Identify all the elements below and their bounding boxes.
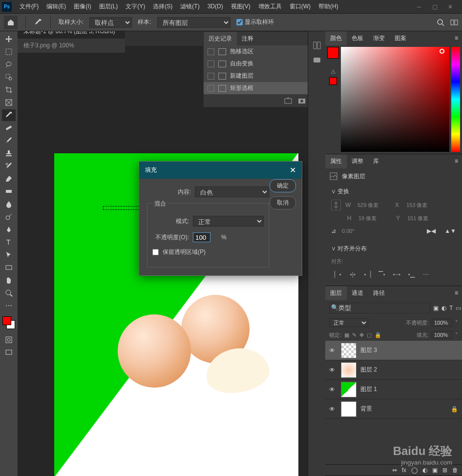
align-hcenter-icon[interactable]: ▪|▪ <box>348 270 357 279</box>
menu-3D(D)[interactable]: 3D(D) <box>204 1 227 12</box>
color-tab-颜色[interactable]: 颜色 <box>325 31 347 45</box>
angle-field[interactable] <box>340 226 366 236</box>
group-icon[interactable]: ▣ <box>432 467 438 474</box>
frame-tool[interactable] <box>2 97 16 108</box>
pen-tool[interactable] <box>2 224 16 235</box>
quick-select-tool[interactable] <box>2 71 16 83</box>
layer-thumbnail[interactable] <box>341 343 357 358</box>
menu-图层(L)[interactable]: 图层(L) <box>95 1 122 12</box>
width-field[interactable] <box>356 200 390 210</box>
more-tools-icon[interactable]: ⋯ <box>2 300 16 311</box>
link-wh-icon[interactable] <box>331 200 341 210</box>
menu-编辑(E)[interactable]: 编辑(E) <box>42 1 70 12</box>
brush-tool[interactable] <box>2 135 16 146</box>
maximize-icon[interactable]: ▢ <box>431 3 439 11</box>
align-more-icon[interactable]: ⋯ <box>421 270 431 279</box>
align-top-icon[interactable]: ▔▪ <box>377 270 387 279</box>
layer-filter-select[interactable] <box>329 303 430 313</box>
panel-menu-icon[interactable]: ≡ <box>455 158 458 165</box>
workspace-icon[interactable] <box>450 19 458 26</box>
quickmask-icon[interactable] <box>2 334 16 346</box>
marquee-tool[interactable] <box>2 46 16 58</box>
dodge-tool[interactable] <box>2 211 16 223</box>
content-select[interactable]: 白色 <box>195 186 269 197</box>
layer-thumbnail[interactable] <box>341 401 357 417</box>
panel-icon-2[interactable] <box>313 56 321 64</box>
menu-选择(S)[interactable]: 选择(S) <box>149 1 176 12</box>
document-tab[interactable]: 桃子3.png @ 100% <box>18 39 125 53</box>
show-ring-check[interactable] <box>236 19 243 25</box>
dialog-close-button[interactable]: ✕ <box>290 166 296 175</box>
history-item[interactable]: 新建图层 <box>204 70 308 82</box>
layer-row[interactable]: 👁图层 3 <box>325 341 462 360</box>
color-spectrum[interactable] <box>341 47 449 152</box>
tab-history[interactable]: 历史记录 <box>204 32 237 46</box>
layer-thumbnail[interactable] <box>341 362 357 378</box>
menu-视图(V)[interactable]: 视图(V) <box>227 1 254 12</box>
move-tool[interactable] <box>2 33 16 45</box>
eyedropper-tool[interactable] <box>2 109 16 121</box>
layer-name[interactable]: 图层 3 <box>360 346 377 354</box>
layers-tab-通道[interactable]: 通道 <box>347 286 368 300</box>
align-left-icon[interactable]: ▏▪ <box>333 270 343 279</box>
menu-文件(F)[interactable]: 文件(F) <box>16 1 42 12</box>
opacity-input[interactable] <box>193 232 210 242</box>
adjustment-icon[interactable]: ◐ <box>422 467 427 474</box>
ok-button[interactable]: 确定 <box>270 179 296 192</box>
gradient-tool[interactable] <box>2 186 16 197</box>
rectangle-tool[interactable] <box>2 262 16 273</box>
new-snapshot-icon[interactable] <box>284 97 292 104</box>
blend-mode-select[interactable]: 正常 <box>329 318 368 327</box>
color-tab-图案[interactable]: 图案 <box>390 31 411 45</box>
layer-row[interactable]: 👁图层 2 <box>325 360 462 380</box>
camera-icon[interactable] <box>298 97 306 104</box>
mode-select[interactable]: 正常 <box>193 216 264 227</box>
dialog-titlebar[interactable]: 填充 ✕ <box>139 162 302 179</box>
layer-name[interactable]: 图层 1 <box>360 385 377 393</box>
filter-image-icon[interactable]: ▣ <box>433 305 439 311</box>
eraser-tool[interactable] <box>2 173 16 185</box>
height-field[interactable] <box>357 213 391 223</box>
menu-文字(Y)[interactable]: 文字(Y) <box>122 1 149 12</box>
prop-tab-属性[interactable]: 属性 <box>325 154 347 168</box>
fx-icon[interactable]: fx <box>402 467 406 474</box>
new-layer-icon[interactable]: ⊞ <box>442 467 447 474</box>
type-tool[interactable]: T <box>2 236 16 248</box>
current-fg-swatch[interactable] <box>327 47 339 59</box>
layer-name[interactable]: 图层 2 <box>360 366 377 374</box>
filter-shape-icon[interactable]: ▭ <box>456 305 461 311</box>
lasso-tool[interactable] <box>2 59 16 70</box>
lock-all-icon[interactable]: 🔒 <box>375 332 381 338</box>
visibility-icon[interactable]: 👁 <box>329 347 337 354</box>
fg-color-swatch[interactable] <box>2 316 11 325</box>
history-item[interactable]: 拖移选区 <box>204 45 308 58</box>
panel-menu-icon[interactable]: ≡ <box>455 35 458 41</box>
flip-v-icon[interactable]: ▲▼ <box>444 228 456 234</box>
align-right-icon[interactable]: ▪▕ <box>362 270 372 279</box>
show-sample-ring-checkbox[interactable]: 显示取样环 <box>236 18 274 26</box>
panel-icon-1[interactable] <box>313 41 321 50</box>
chevron-down-icon[interactable]: ˅ <box>455 320 458 326</box>
layers-tab-图层[interactable]: 图层 <box>325 286 347 300</box>
layers-tab-路径[interactable]: 路径 <box>368 286 390 300</box>
sample-layers-select[interactable]: 所有图层 <box>157 17 231 28</box>
history-item[interactable]: 自由变换 <box>204 58 308 70</box>
filter-text-icon[interactable]: T <box>449 305 453 311</box>
fill-value[interactable] <box>432 331 452 339</box>
healing-tool[interactable] <box>2 122 16 134</box>
y-field[interactable] <box>405 213 440 223</box>
menu-滤镜(T)[interactable]: 滤镜(T) <box>176 1 203 12</box>
align-vcenter-icon[interactable]: ▪−▪ <box>392 270 401 279</box>
align-bottom-icon[interactable]: ▪▁ <box>406 270 416 279</box>
link-layers-icon[interactable]: ⇔ <box>392 467 397 474</box>
preserve-transparency-checkbox[interactable]: 保留透明区域(P) <box>152 248 264 256</box>
visibility-icon[interactable]: 👁 <box>329 386 337 393</box>
opacity-value[interactable] <box>432 319 452 327</box>
menu-图像(I)[interactable]: 图像(I) <box>70 1 95 12</box>
chevron-down-icon-2[interactable]: ˅ <box>455 332 458 338</box>
delete-layer-icon[interactable]: 🗑 <box>452 467 458 474</box>
sample-size-select[interactable]: 取样点 <box>89 17 132 28</box>
minimize-icon[interactable]: ─ <box>415 3 423 11</box>
zoom-tool[interactable] <box>2 287 16 299</box>
hand-tool[interactable] <box>2 274 16 286</box>
